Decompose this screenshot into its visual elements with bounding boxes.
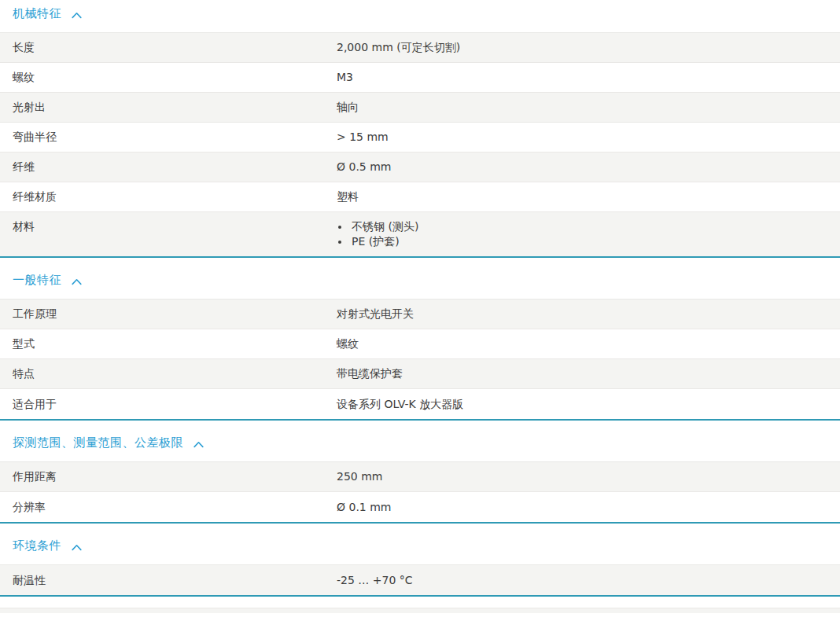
section-title: 机械特征 bbox=[13, 6, 61, 22]
spec-label: 适合用于 bbox=[0, 397, 337, 412]
spec-section: 机械特征 长度 2,000 mm (可定长切割) 螺纹 M3 光射出 轴向 弯曲… bbox=[0, 6, 840, 258]
spec-row: 分辨率 Ø 0.1 mm bbox=[0, 492, 840, 522]
spec-label: 材料 bbox=[0, 219, 337, 234]
chevron-up-icon[interactable] bbox=[72, 544, 82, 551]
spec-label: 螺纹 bbox=[0, 70, 337, 85]
section-title: 探测范围、测量范围、公差极限 bbox=[13, 435, 183, 451]
spec-value: > 15 mm bbox=[337, 130, 840, 145]
spec-table: 工作原理 对射式光电开关 型式 螺纹 特点 带电缆保护套 适合用于 设备系列 O… bbox=[0, 299, 840, 421]
spec-sheet: 机械特征 长度 2,000 mm (可定长切割) 螺纹 M3 光射出 轴向 弯曲… bbox=[0, 6, 840, 613]
spec-row: 工作原理 对射式光电开关 bbox=[0, 299, 840, 329]
spec-row: 纤维 Ø 0.5 mm bbox=[0, 152, 840, 182]
spec-value: 塑料 bbox=[337, 189, 840, 204]
spec-row: 适合用于 设备系列 OLV-K 放大器版 bbox=[0, 389, 840, 419]
spec-row: 耐温性 -25 … +70 °C bbox=[0, 565, 840, 595]
spec-table: 长度 2,000 mm (可定长切割) 螺纹 M3 光射出 轴向 弯曲半径 > … bbox=[0, 32, 840, 258]
spec-row: 作用距离 250 mm bbox=[0, 462, 840, 492]
chevron-up-icon[interactable] bbox=[193, 441, 204, 448]
spec-row: 特点 带电缆保护套 bbox=[0, 359, 840, 389]
spec-row: 弯曲半径 > 15 mm bbox=[0, 123, 840, 152]
section-header[interactable]: 机械特征 bbox=[13, 6, 840, 22]
section-title: 环境条件 bbox=[13, 538, 61, 554]
spec-value: 250 mm bbox=[337, 469, 840, 484]
bullet-list: 不锈钢 (测头)PE (护套) bbox=[337, 219, 827, 249]
bullet-item: PE (护套) bbox=[350, 234, 827, 249]
spec-label: 分辨率 bbox=[0, 500, 337, 515]
spec-value: 轴向 bbox=[337, 100, 840, 115]
bullet-item: 不锈钢 (测头) bbox=[350, 219, 827, 234]
spec-label: 长度 bbox=[0, 40, 337, 55]
section-header[interactable]: 一般特征 bbox=[13, 272, 840, 288]
spec-value: 带电缆保护套 bbox=[337, 366, 840, 381]
spec-label: 工作原理 bbox=[0, 307, 337, 322]
spec-value: 对射式光电开关 bbox=[337, 307, 840, 322]
spec-row: 纤维材质 塑料 bbox=[0, 182, 840, 212]
chevron-up-icon[interactable] bbox=[72, 278, 82, 285]
section-header[interactable]: 探测范围、测量范围、公差极限 bbox=[13, 435, 840, 451]
spec-section: 一般特征 工作原理 对射式光电开关 型式 螺纹 特点 带电缆保护套 适合用于 设… bbox=[0, 272, 840, 421]
spec-value: -25 … +70 °C bbox=[337, 573, 840, 588]
section-title: 一般特征 bbox=[13, 272, 61, 288]
spec-row: 材料 不锈钢 (测头)PE (护套) bbox=[0, 212, 840, 256]
spec-row: 长度 2,000 mm (可定长切割) bbox=[0, 33, 840, 63]
spec-value: 不锈钢 (测头)PE (护套) bbox=[337, 219, 840, 249]
spec-value: 设备系列 OLV-K 放大器版 bbox=[337, 397, 840, 412]
spec-value: Ø 0.1 mm bbox=[337, 500, 840, 515]
spec-label: 作用距离 bbox=[0, 469, 337, 484]
spec-label: 光射出 bbox=[0, 100, 337, 115]
spec-table: 耐温性 -25 … +70 °C bbox=[0, 564, 840, 597]
spec-value: M3 bbox=[337, 70, 840, 85]
spec-row: 螺纹 M3 bbox=[0, 63, 840, 93]
spec-label: 特点 bbox=[0, 366, 337, 381]
spec-row: 光射出 轴向 bbox=[0, 93, 840, 123]
spec-label: 弯曲半径 bbox=[0, 130, 337, 145]
spec-value: Ø 0.5 mm bbox=[337, 160, 840, 175]
spec-section: 探测范围、测量范围、公差极限 作用距离 250 mm 分辨率 Ø 0.1 mm bbox=[0, 435, 840, 524]
section-header[interactable]: 环境条件 bbox=[13, 538, 840, 554]
spec-label: 纤维 bbox=[0, 160, 337, 175]
spec-section: 环境条件 耐温性 -25 … +70 °C bbox=[0, 538, 840, 597]
next-table-row-partial bbox=[0, 608, 840, 613]
spec-value: 2,000 mm (可定长切割) bbox=[337, 40, 840, 55]
spec-label: 型式 bbox=[0, 336, 337, 351]
spec-value: 螺纹 bbox=[337, 336, 840, 351]
chevron-up-icon[interactable] bbox=[72, 12, 82, 19]
spec-label: 耐温性 bbox=[0, 573, 337, 588]
spec-label: 纤维材质 bbox=[0, 189, 337, 204]
spec-table: 作用距离 250 mm 分辨率 Ø 0.1 mm bbox=[0, 461, 840, 524]
spec-row: 型式 螺纹 bbox=[0, 329, 840, 359]
